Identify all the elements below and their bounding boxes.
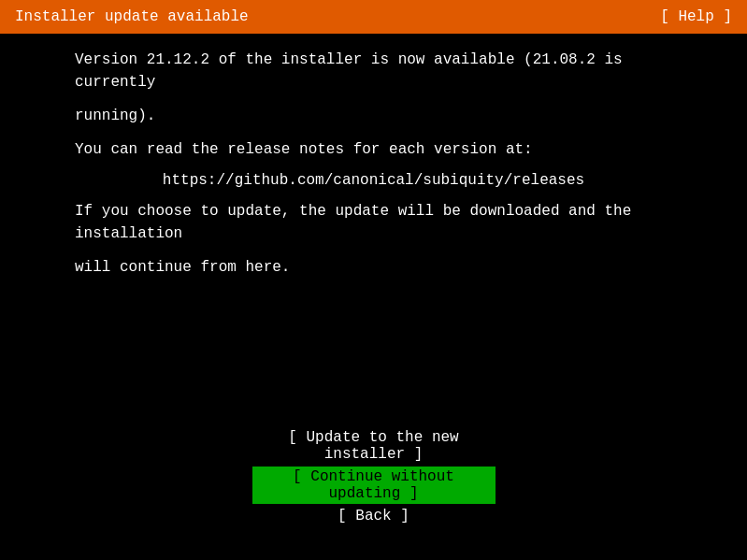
continue-button[interactable]: [ Continue without updating ]	[252, 467, 496, 504]
help-button[interactable]: [ Help ]	[660, 8, 732, 25]
update-button[interactable]: [ Update to the new installer ]	[252, 427, 496, 465]
back-button[interactable]: [ Back ]	[252, 506, 496, 526]
main-content: Version 21.12.2 of the installer is now …	[0, 34, 747, 560]
release-notes-url: https://github.com/canonical/subiquity/r…	[75, 172, 672, 189]
update-info-line1: If you choose to update, the update will…	[75, 200, 672, 245]
header-title: Installer update available	[15, 8, 249, 25]
release-notes-label: You can read the release notes for each …	[75, 138, 672, 161]
update-info-line2: will continue from here.	[75, 256, 672, 279]
version-line1: Version 21.12.2 of the installer is now …	[75, 49, 672, 93]
buttons-area: [ Update to the new installer ] [ Contin…	[75, 427, 672, 545]
header-bar: Installer update available [ Help ]	[0, 0, 747, 34]
version-line2: running).	[75, 105, 672, 127]
